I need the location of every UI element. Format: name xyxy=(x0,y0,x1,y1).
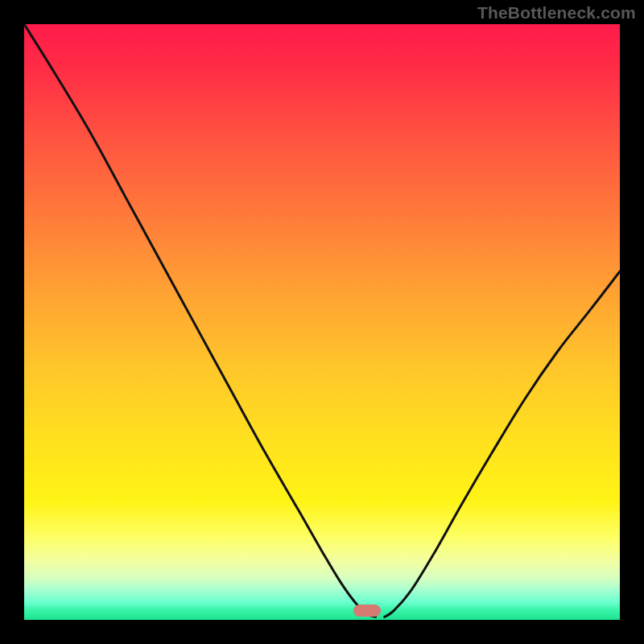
optimal-point-marker xyxy=(353,605,381,617)
curve-left-branch xyxy=(24,24,376,617)
curve-right-branch xyxy=(385,271,620,617)
chart-frame: TheBottleneck.com xyxy=(0,0,644,644)
bottleneck-curve xyxy=(24,24,620,620)
plot-area xyxy=(24,24,620,620)
watermark-text: TheBottleneck.com xyxy=(477,3,636,23)
